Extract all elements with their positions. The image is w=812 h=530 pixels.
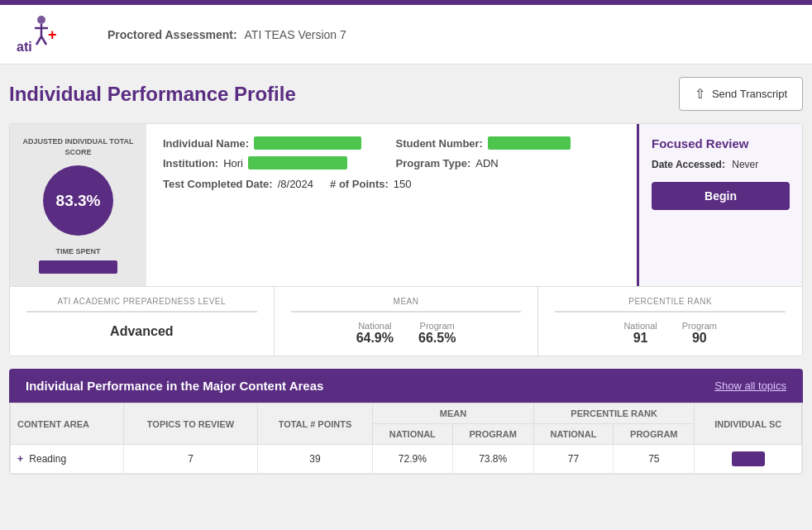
institution-value: Hori [223,157,243,170]
show-all-button[interactable]: Show all topics [714,380,786,392]
pr-national-sub: National [533,424,613,445]
national-rank: National 91 [623,321,657,346]
date-accessed-row: Date Accessed: Never [652,159,790,170]
content-areas-table: Content Area Topics to Review Total # Po… [10,403,802,474]
date-accessed-value: Never [732,159,758,170]
score-box: ADJUSTED INDIVIDUAL TOTAL SCORE 83.3% TI… [10,124,146,286]
date-accessed-label: Date Accessed: [652,159,725,170]
program-rank-label: Program [682,321,717,331]
begin-button[interactable]: Begin [652,182,790,210]
program-rank-value: 90 [682,331,717,346]
major-content-title: Individual Performance in the Major Cont… [26,379,323,393]
svg-text:ati: ati [17,40,32,53]
student-number-row: Student Number: [396,136,621,150]
test-date-row: Test Completed Date: /8/2024 # of Points… [163,178,620,190]
individual-score-header: Individual Sc [695,403,802,445]
page-title: Individual Performance Profile [9,83,296,106]
begin-label: Begin [705,189,737,203]
national-mean-label: National [356,321,394,331]
mean-values: National 64.9% Program 66.5% [291,321,522,346]
mean-national-cell: 72.9% [373,445,452,474]
program-type-label: Program Type: [396,157,471,170]
percentile-header: Percentile Rank [555,297,786,313]
percentile-values: National 91 Program 90 [555,321,786,346]
ati-logo: + ati [17,13,83,55]
mean-section: Mean National 64.9% Program 66.5% [275,287,539,356]
student-info: Individual Name: Student Number: Institu… [146,124,637,286]
mean-national-sub: National [373,424,452,445]
institution-redacted [248,156,347,170]
time-spent-label: TIME SPENT [55,247,100,255]
institution-label: Institution: [163,157,218,170]
program-mean-value: 66.5% [418,331,456,346]
upload-icon: ⇧ [695,86,705,102]
total-points-header: Total # Points [257,403,372,445]
profile-card: ADJUSTED INDIVIDUAL TOTAL SCORE 83.3% TI… [9,123,803,356]
mean-program-sub: Program [452,424,533,445]
content-area-cell: + Reading [11,445,124,474]
program-rank: Program 90 [682,321,717,346]
mean-group-header: MEAN [373,403,534,424]
focused-review-title: Focused Review [652,136,790,150]
metrics-row: ATI Academic Preparedness Level Advanced… [10,286,802,356]
profile-header: Individual Performance Profile ⇧ Send Tr… [9,77,803,111]
mean-program-cell: 73.8% [452,445,533,474]
send-transcript-button[interactable]: ⇧ Send Transcript [679,77,803,111]
header: + ati Proctored Assessment: ATI TEAS Ver… [0,5,812,64]
ati-logo-svg: + ati [17,13,83,53]
points-label: # of Points: [330,178,389,190]
info-grid: Individual Name: Student Number: Institu… [163,136,620,170]
topics-cell: 7 [124,445,257,474]
program-mean-label: Program [418,321,456,331]
score-circle: 83.3% [43,165,113,236]
name-redacted [254,136,361,150]
content-area-header: Content Area [11,403,124,445]
adjusted-score-label: ADJUSTED INDIVIDUAL TOTAL SCORE [22,136,134,157]
main-content: Individual Performance Profile ⇧ Send Tr… [1,64,811,487]
content-area-name: Reading [29,453,66,465]
points-value: 150 [394,178,412,190]
individual-score-bar [732,451,765,466]
test-completed-label: Test Completed Date: [163,178,273,190]
svg-line-4 [41,36,46,45]
topics-to-review-header: Topics to Review [124,403,257,445]
preparedness-header: ATI Academic Preparedness Level [26,297,257,313]
send-transcript-label: Send Transcript [712,88,787,100]
total-points-cell: 39 [257,445,372,474]
assessment-name: ATI TEAS Version 7 [245,28,346,41]
name-label: Individual Name: [163,137,249,150]
table-group-header: Content Area Topics to Review Total # Po… [11,403,802,424]
individual-score-cell [695,445,802,474]
score-value: 83.3% [56,192,101,210]
institution-row: Institution: Hori [163,156,388,170]
program-type-value: ADN [475,157,498,170]
student-number-redacted [488,136,571,150]
national-rank-label: National [623,321,657,331]
svg-line-3 [36,36,41,45]
program-mean: Program 66.5% [418,321,456,346]
svg-text:+: + [48,26,57,43]
svg-point-0 [37,16,45,24]
student-number-label: Student Number: [396,137,483,150]
preparedness-section: ATI Academic Preparedness Level Advanced [10,287,275,356]
national-rank-value: 91 [623,331,657,346]
table-row: + Reading 7 39 72.9% 73.8% 77 75 [11,445,802,474]
major-content-header: Individual Performance in the Major Cont… [9,369,803,403]
plus-icon: + [17,453,23,465]
name-row: Individual Name: [163,136,388,150]
pr-program-sub: Program [614,424,695,445]
focused-review-panel: Focused Review Date Accessed: Never Begi… [637,124,802,286]
percentile-group-header: PERCENTILE RANK [533,403,695,424]
national-mean: National 64.9% [356,321,394,346]
mean-header: Mean [291,297,522,313]
pr-national-cell: 77 [533,445,613,474]
proctored-assessment-label: Proctored Assessment: ATI TEAS Version 7 [107,28,346,41]
score-info-row: ADJUSTED INDIVIDUAL TOTAL SCORE 83.3% TI… [10,124,802,286]
percentile-section: Percentile Rank National 91 Program 90 [538,287,802,356]
test-completed-value: /8/2024 [278,178,313,190]
pr-program-cell: 75 [614,445,695,474]
preparedness-value: Advanced [26,321,257,339]
table-container: Content Area Topics to Review Total # Po… [9,403,803,475]
program-type-row: Program Type: ADN [396,156,621,170]
time-bar [39,260,117,274]
